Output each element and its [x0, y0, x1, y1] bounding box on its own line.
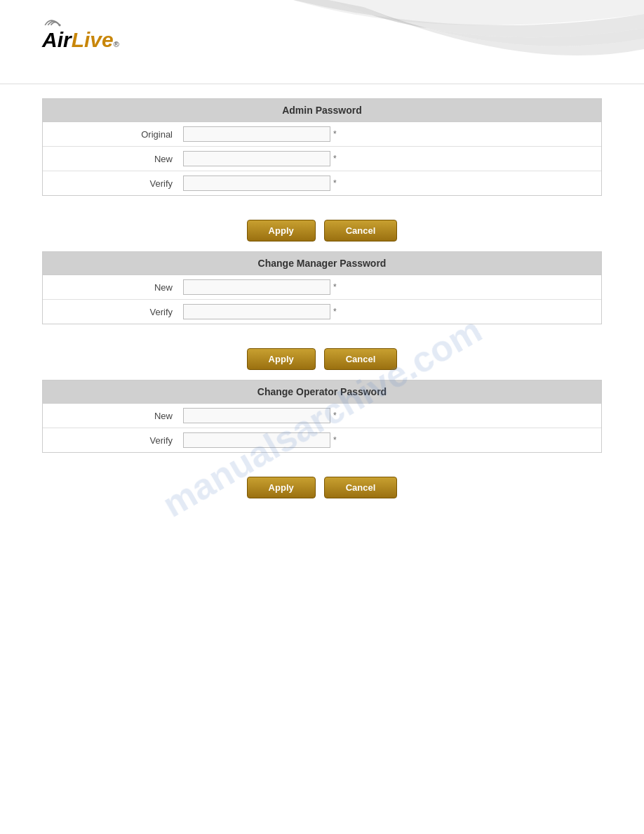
manager-verify-input[interactable] [183, 304, 330, 319]
manager-password-title: Change Manager Password [43, 252, 601, 275]
admin-original-label: Original [43, 129, 183, 140]
admin-new-input-wrap: * [183, 151, 601, 166]
operator-password-title: Change Operator Password [43, 380, 601, 404]
admin-new-label: New [43, 154, 183, 164]
manager-new-input-wrap: * [183, 279, 601, 295]
admin-verify-input-wrap: * [183, 176, 601, 191]
manager-verify-row: Verify * [43, 300, 601, 324]
admin-original-row: Original * [43, 122, 601, 147]
admin-password-title: Admin Password [43, 99, 601, 122]
admin-new-required: * [333, 154, 337, 164]
svg-point-0 [58, 24, 60, 26]
admin-verify-label: Verify [43, 178, 183, 189]
operator-new-input[interactable] [183, 408, 330, 423]
manager-new-input[interactable] [183, 279, 330, 295]
operator-apply-button[interactable]: Apply [247, 477, 316, 498]
operator-new-input-wrap: * [183, 408, 601, 423]
admin-password-section: Admin Password Original * New * Verify * [42, 98, 602, 196]
admin-new-input[interactable] [183, 151, 330, 166]
manager-verify-label: Verify [43, 307, 183, 317]
registered-icon: ® [114, 40, 119, 48]
manager-new-required: * [333, 282, 337, 292]
operator-new-required: * [333, 411, 337, 421]
manager-verify-required: * [333, 307, 337, 317]
main-content: Admin Password Original * New * Verify *… [0, 84, 644, 522]
manager-password-section: Change Manager Password New * Verify * [42, 251, 602, 324]
admin-verify-input[interactable] [183, 176, 330, 191]
admin-original-input-wrap: * [183, 126, 601, 142]
operator-verify-input[interactable] [183, 432, 330, 448]
operator-verify-row: Verify * [43, 428, 601, 452]
operator-password-section: Change Operator Password New * Verify * [42, 380, 602, 453]
logo-brand: Air [42, 28, 72, 52]
header: Air Live ® [0, 0, 644, 84]
manager-new-label: New [43, 282, 183, 293]
admin-cancel-button[interactable]: Cancel [324, 220, 398, 241]
logo-text-wrap: Air Live ® [42, 28, 119, 52]
admin-original-required: * [333, 129, 337, 139]
operator-verify-label: Verify [43, 435, 183, 446]
manager-apply-button[interactable]: Apply [247, 348, 316, 370]
operator-buttons-row: Apply Cancel [42, 467, 602, 508]
admin-original-input[interactable] [183, 126, 330, 142]
manager-new-row: New * [43, 275, 601, 300]
manager-buttons-row: Apply Cancel [42, 338, 602, 380]
operator-new-row: New * [43, 404, 601, 428]
header-swoosh-icon [223, 0, 644, 84]
admin-verify-required: * [333, 178, 337, 188]
admin-apply-button[interactable]: Apply [247, 220, 316, 241]
admin-verify-row: Verify * [43, 171, 601, 195]
admin-new-row: New * [43, 147, 601, 171]
operator-new-label: New [43, 411, 183, 421]
operator-verify-required: * [333, 435, 337, 445]
signal-arcs-icon [42, 14, 77, 28]
logo: Air Live ® [42, 14, 119, 52]
manager-verify-input-wrap: * [183, 304, 601, 319]
operator-verify-input-wrap: * [183, 432, 601, 448]
manager-cancel-button[interactable]: Cancel [324, 348, 398, 370]
admin-buttons-row: Apply Cancel [42, 210, 602, 251]
logo-brand2: Live [72, 28, 114, 52]
operator-cancel-button[interactable]: Cancel [324, 477, 398, 498]
